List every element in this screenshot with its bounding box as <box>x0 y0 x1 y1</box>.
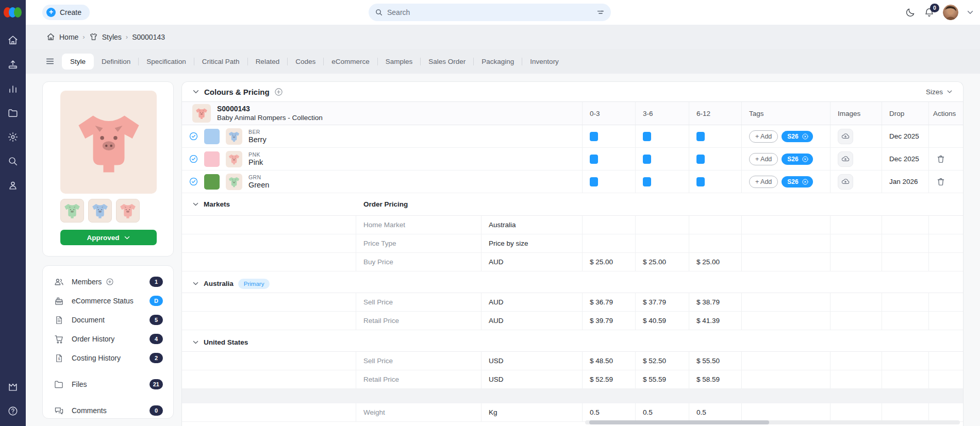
filter-icon[interactable] <box>596 8 605 16</box>
upload-image-button[interactable] <box>838 129 853 144</box>
tag-pill[interactable]: S26 <box>782 176 812 188</box>
colour-swatch[interactable] <box>204 151 220 167</box>
tab-samples[interactable]: Samples <box>378 54 421 70</box>
buy-price-6-12[interactable]: $ 25.00 <box>689 253 742 271</box>
notification-count-badge: 0 <box>930 4 939 12</box>
horizontal-scrollbar[interactable] <box>585 420 960 424</box>
row-label: Price Type <box>356 234 481 252</box>
size-0-3-checkbox[interactable] <box>590 132 598 141</box>
search-rail-icon[interactable] <box>0 149 26 173</box>
sidebar-item-order-history[interactable]: Order History 4 <box>53 331 163 347</box>
tab-sales-order[interactable]: Sales Order <box>421 54 473 70</box>
section-title: Colours & Pricing <box>204 88 270 96</box>
colourway-thumbnail[interactable] <box>226 151 242 167</box>
product-thumbnail-pink[interactable] <box>116 199 140 223</box>
sidebar-item-members[interactable]: Members 1 <box>53 274 163 289</box>
folder-icon[interactable] <box>0 100 26 125</box>
menu-hamburger-icon[interactable] <box>45 57 55 66</box>
colour-swatch[interactable] <box>204 174 220 190</box>
add-tag-button[interactable]: + Add <box>749 176 778 188</box>
factory-icon[interactable] <box>0 374 26 399</box>
tab-specification[interactable]: Specification <box>139 54 194 70</box>
delete-colourway-icon[interactable] <box>936 155 945 164</box>
global-search[interactable] <box>369 4 611 21</box>
notifications-bell-icon[interactable]: 0 <box>924 7 935 18</box>
settings-gear-icon[interactable] <box>0 125 26 149</box>
sidebar-item-files[interactable]: Files 21 <box>53 377 163 392</box>
remove-tag-icon[interactable] <box>802 133 809 140</box>
home-icon[interactable] <box>0 28 26 52</box>
price-type-value[interactable]: Price by size <box>481 234 583 252</box>
scrollbar-thumb[interactable] <box>589 420 769 424</box>
drop-date: Dec 2025 <box>882 125 929 147</box>
create-plus-icon: + <box>46 8 56 17</box>
size-3-6-checkbox[interactable] <box>643 155 651 164</box>
tab-codes[interactable]: Codes <box>288 54 323 70</box>
size-6-12-checkbox[interactable] <box>696 132 705 141</box>
row-selected-check-icon[interactable] <box>189 177 198 186</box>
add-tag-button[interactable]: + Add <box>749 130 778 143</box>
upload-image-button[interactable] <box>838 151 853 167</box>
sizes-dropdown[interactable]: Sizes <box>926 88 953 96</box>
tag-pill[interactable]: S26 <box>782 131 812 142</box>
help-icon[interactable] <box>0 399 26 423</box>
size-0-3-checkbox[interactable] <box>590 155 598 164</box>
create-button[interactable]: + Create <box>42 5 90 20</box>
account-chevron-down-icon[interactable] <box>967 9 974 16</box>
colour-swatch[interactable] <box>204 129 220 144</box>
person-icon[interactable] <box>0 173 26 197</box>
tab-definition[interactable]: Definition <box>94 54 138 70</box>
pricing-row-us-retail: Retail Price USD $ 52.59 $ 55.59 $ 58.59 <box>182 370 963 389</box>
sidebar-item-document[interactable]: Document 5 <box>53 312 163 328</box>
breadcrumb-home[interactable]: Home <box>59 33 78 41</box>
size-3-6-checkbox[interactable] <box>643 132 651 141</box>
colourway-thumbnail[interactable] <box>226 174 242 190</box>
dark-mode-moon-icon[interactable] <box>905 7 916 18</box>
sidebar-item-ecommerce-status[interactable]: eCommerce Status D <box>53 293 163 309</box>
tab-style[interactable]: Style <box>62 54 94 70</box>
size-6-12-checkbox[interactable] <box>696 155 705 164</box>
colourway-thumbnail[interactable] <box>226 128 242 145</box>
upload-icon[interactable] <box>0 52 26 76</box>
buy-price-currency[interactable]: AUD <box>481 253 583 271</box>
breadcrumb-styles[interactable]: Styles <box>102 33 122 41</box>
section-chevron-icon[interactable] <box>192 88 200 95</box>
delete-colourway-icon[interactable] <box>936 177 945 186</box>
market-name: United States <box>204 338 248 346</box>
us-chevron-icon[interactable] <box>192 339 199 346</box>
style-name: Baby Animal Rompers - Collection <box>217 114 323 122</box>
size-3-6-checkbox[interactable] <box>643 177 651 186</box>
add-member-icon[interactable] <box>106 278 114 286</box>
search-input[interactable] <box>387 8 592 16</box>
australia-chevron-icon[interactable] <box>192 280 199 287</box>
add-tag-button[interactable]: + Add <box>749 153 778 165</box>
home-market-value[interactable]: Australia <box>481 216 583 234</box>
tab-packaging[interactable]: Packaging <box>474 54 522 70</box>
tab-inventory[interactable]: Inventory <box>522 54 567 70</box>
buy-price-3-6[interactable]: $ 25.00 <box>636 253 689 271</box>
size-6-12-checkbox[interactable] <box>696 177 705 186</box>
tab-critical-path[interactable]: Critical Path <box>194 54 247 70</box>
upload-image-button[interactable] <box>838 174 853 190</box>
remove-tag-icon[interactable] <box>802 178 809 185</box>
tab-ecommerce[interactable]: eCommerce <box>324 54 377 70</box>
sidebar-item-comments[interactable]: Comments 0 <box>53 403 163 418</box>
add-colourway-icon[interactable] <box>274 88 283 96</box>
row-selected-check-icon[interactable] <box>189 155 198 163</box>
buy-price-0-3[interactable]: $ 25.00 <box>583 253 636 271</box>
product-thumbnail-blue[interactable] <box>88 199 112 223</box>
user-avatar[interactable] <box>943 5 958 20</box>
size-0-3-checkbox[interactable] <box>590 177 598 186</box>
product-main-image[interactable] <box>60 91 157 194</box>
product-thumbnail-green[interactable] <box>60 199 84 223</box>
colorway-row-green: GRN Green + Add S26 Jan 2026 <box>182 171 963 193</box>
tag-pill[interactable]: S26 <box>782 154 812 165</box>
sidebar-item-costing-history[interactable]: $ Costing History 2 <box>53 350 163 366</box>
bar-chart-icon[interactable] <box>0 76 26 100</box>
row-selected-check-icon[interactable] <box>189 132 198 141</box>
remove-tag-icon[interactable] <box>802 156 809 163</box>
tab-related[interactable]: Related <box>248 54 288 70</box>
app-logo-icon[interactable] <box>4 6 22 19</box>
status-dropdown-button[interactable]: Approved <box>60 230 157 245</box>
markets-chevron-icon[interactable] <box>192 201 199 208</box>
